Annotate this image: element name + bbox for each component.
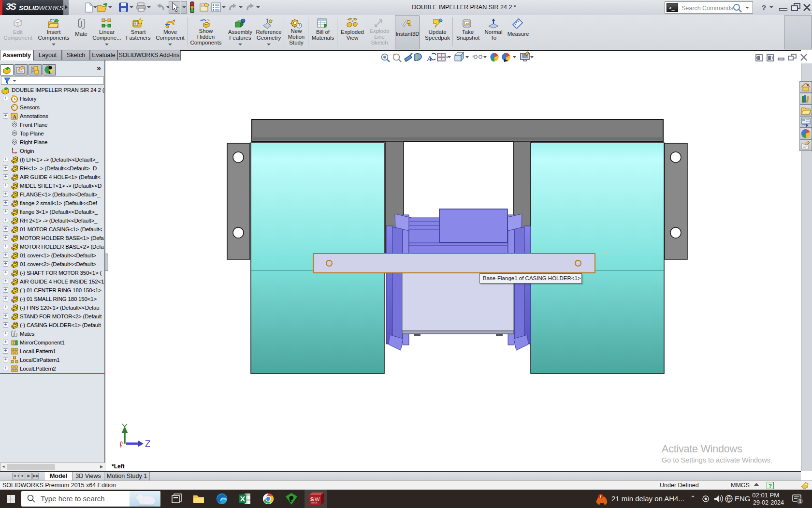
svg-text:!: ! (600, 494, 601, 499)
svg-text:1: 1 (799, 499, 802, 504)
